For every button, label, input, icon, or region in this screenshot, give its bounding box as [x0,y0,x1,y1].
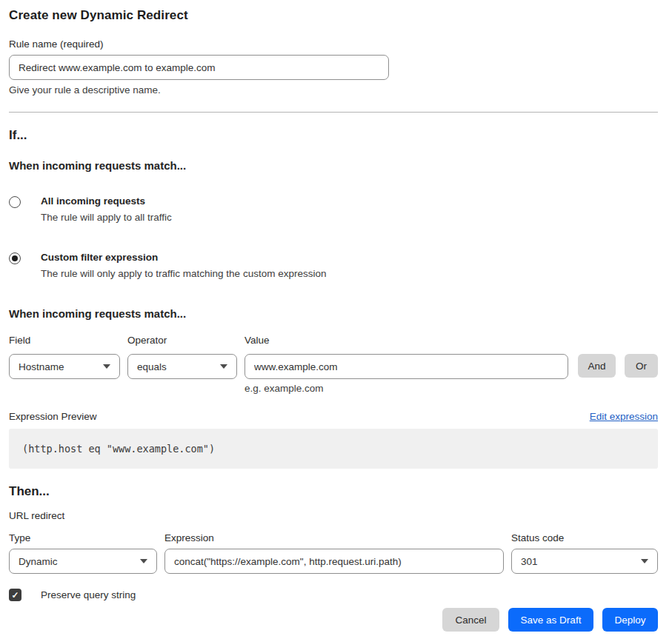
section-divider [9,112,658,113]
type-label: Type [9,532,164,543]
operator-select[interactable]: equals [127,354,237,379]
or-button[interactable]: Or [625,354,658,378]
preserve-query-row[interactable]: ✓ Preserve query string [9,589,658,601]
cancel-button[interactable]: Cancel [442,608,499,632]
rule-name-help: Give your rule a descriptive name. [9,84,658,96]
expression-preview-label: Expression Preview [9,411,97,422]
value-label: Value [244,335,270,346]
save-as-draft-button[interactable]: Save as Draft [508,608,593,632]
rule-name-section: Rule name (required) Give your rule a de… [9,39,658,96]
match-heading-1: When incoming requests match... [9,159,658,172]
and-button[interactable]: And [578,354,616,378]
radio-icon[interactable] [9,252,21,264]
chevron-down-icon [103,364,110,369]
edit-expression-link[interactable]: Edit expression [590,411,658,422]
match-heading-2: When incoming requests match... [9,307,658,320]
value-input[interactable] [244,354,568,379]
radio-label: All incoming requests [41,195,172,207]
chevron-down-icon [641,559,648,563]
value-hint: e.g. example.com [244,383,568,394]
expression-label: Expression [164,532,511,543]
radio-custom-filter-expression[interactable]: Custom filter expression The rule will o… [9,252,658,279]
field-select-value: Hostname [19,361,64,372]
status-code-select[interactable]: 301 [511,549,658,574]
operator-select-value: equals [137,361,167,372]
redirect-expression-input[interactable] [164,549,504,574]
then-heading: Then... [9,484,658,499]
checkbox-checked-icon[interactable]: ✓ [9,589,21,601]
radio-description: The rule will apply to all traffic [41,212,172,223]
page-title: Create new Dynamic Redirect [9,8,658,23]
preserve-query-label: Preserve query string [41,589,136,600]
field-select[interactable]: Hostname [9,354,120,379]
rule-name-input[interactable] [9,55,389,80]
radio-icon[interactable] [9,196,21,208]
chevron-down-icon [220,364,227,369]
radio-all-incoming-requests[interactable]: All incoming requests The rule will appl… [9,195,658,223]
radio-label: Custom filter expression [41,252,326,263]
rule-name-label: Rule name (required) [9,39,658,50]
field-label: Field [9,335,127,346]
url-redirect-label: URL redirect [9,510,658,521]
expression-preview-code: (http.host eq "www.example.com") [9,429,658,469]
type-select-value: Dynamic [19,556,58,567]
radio-description: The rule will only apply to traffic matc… [41,268,326,279]
type-select[interactable]: Dynamic [9,549,157,574]
status-code-label: Status code [511,532,564,543]
operator-label: Operator [127,335,244,346]
status-code-value: 301 [521,556,538,567]
chevron-down-icon [140,559,147,563]
deploy-button[interactable]: Deploy [602,608,658,632]
if-heading: If... [9,128,658,143]
